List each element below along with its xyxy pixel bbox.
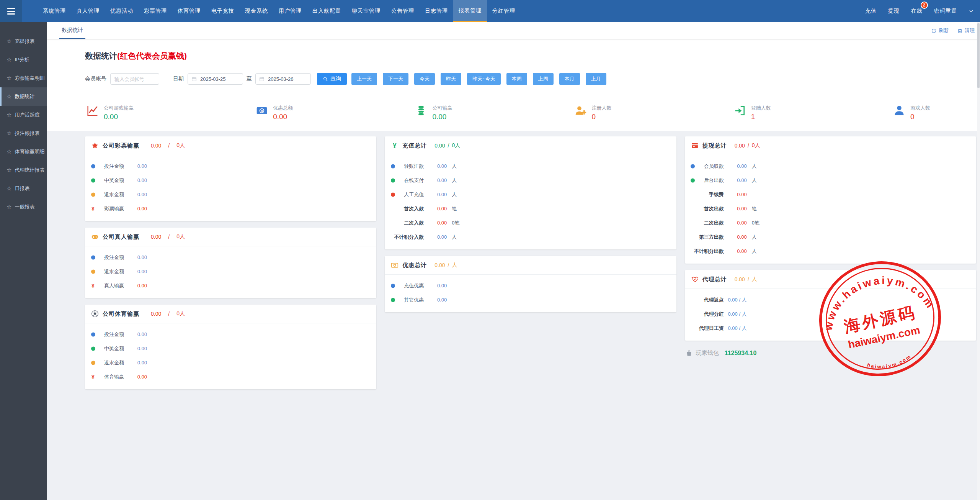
card-header-separator: / [168, 311, 170, 317]
card-header: 提现总计0.00/0人 [685, 136, 976, 155]
quick-range-button[interactable]: 今天 [414, 73, 435, 85]
nav-item[interactable]: 系统管理 [38, 0, 71, 22]
star-outline-icon: ☆ [7, 148, 11, 155]
sidebar-item[interactable]: ☆体育输赢明细 [0, 143, 47, 161]
nav-item[interactable]: 电子竞技 [206, 0, 240, 22]
row-value: 0.00 [424, 177, 447, 183]
row-unit: 人 [752, 177, 757, 184]
member-account-input[interactable] [110, 73, 159, 85]
dot-red-icon [390, 192, 396, 197]
player-wallet-value: 1125934.10 [725, 350, 757, 357]
card-agent: 代理总计0.00/人代理返点0.00 / 人代理分红0.00 / 人代理日工资0… [685, 270, 976, 341]
sidebar-item[interactable]: ☆数据统计 [0, 87, 47, 106]
row-value: 0.00 [724, 206, 747, 211]
nav-item[interactable]: 报表管理 [453, 0, 487, 22]
stat-text: 优惠总额0.00 [273, 105, 293, 121]
nav-item[interactable]: 聊天室管理 [346, 0, 386, 22]
nav-item[interactable]: 优惠活动 [105, 0, 139, 22]
data-row: 在线支付0.00人 [385, 173, 676, 187]
nav-item[interactable]: 用户管理 [273, 0, 307, 22]
row-unit: 人 [452, 191, 457, 198]
sidebar-item[interactable]: ☆一般报表 [0, 198, 47, 216]
date-from-input[interactable] [188, 73, 243, 85]
sidebar-item[interactable]: ☆IP分析 [0, 51, 47, 69]
nav-action[interactable]: 在线2 [911, 8, 923, 15]
stat-value: 0.00 [273, 113, 293, 121]
stat-label: 公司输赢 [432, 105, 452, 111]
nav-item[interactable]: 分红管理 [487, 0, 521, 22]
nav-item[interactable]: 出入款配置 [307, 0, 346, 22]
data-row: 首次出款0.00笔 [685, 202, 976, 216]
nav-item[interactable]: 体育管理 [172, 0, 206, 22]
date-to-value[interactable] [267, 76, 307, 82]
sidebar-item[interactable]: ☆日报表 [0, 179, 47, 198]
user-icon [893, 105, 905, 117]
date-range-separator: 至 [247, 75, 252, 82]
sidebar-item-label: 用户活跃度 [15, 111, 39, 118]
sidebar-item[interactable]: ☆代理统计报表 [0, 161, 47, 179]
stat-label: 公司游戏输赢 [104, 105, 134, 111]
dot-orange-icon [90, 361, 96, 365]
quick-range-button[interactable]: 本月 [559, 73, 580, 85]
star-outline-icon: ☆ [7, 56, 11, 63]
row-value: 0.00 [724, 234, 747, 240]
date-label: 日期 [173, 75, 184, 82]
card-header-unit: 人 [452, 262, 457, 269]
row-label: 在线支付 [404, 177, 424, 184]
row-value: 0.00 [724, 248, 747, 254]
scrollbar-thumb[interactable] [977, 23, 980, 88]
nav-action[interactable]: 提现 [888, 8, 900, 15]
date-from-value[interactable] [199, 76, 239, 82]
date-to-input[interactable] [255, 73, 311, 85]
statistics-panel: 数据统计(红色代表会员赢钱) 会员帐号 日期 至 查询 上一天下一天今天昨天昨天… [47, 39, 980, 131]
nav-action[interactable]: 充值 [865, 8, 877, 15]
card-header-unit: 0人 [752, 142, 760, 149]
star-outline-icon: ☆ [7, 185, 11, 192]
data-row: 代理分红0.00 / 人 [685, 307, 976, 321]
stat-value: 1 [751, 113, 771, 121]
quick-range-button[interactable]: 本周 [506, 73, 527, 85]
hamburger-icon[interactable] [0, 0, 22, 22]
tab-data-statistics[interactable]: 数据统计 [59, 22, 85, 39]
quick-range-button[interactable]: 上一天 [351, 73, 377, 85]
refresh-button[interactable]: 刷新 [931, 27, 949, 34]
vertical-scrollbar[interactable] [977, 22, 980, 500]
sidebar-item-label: 日报表 [15, 185, 29, 192]
nav-item[interactable]: 彩票管理 [139, 0, 172, 22]
data-row: 手续费0.00 [685, 187, 976, 202]
sidebar-item-label: 数据统计 [15, 93, 34, 100]
chevron-down-icon[interactable] [969, 8, 974, 14]
sidebar-item[interactable]: ☆彩票输赢明细 [0, 69, 47, 87]
sidebar: ☆充提报表☆IP分析☆彩票输赢明细☆数据统计☆用户活跃度☆投注额报表☆体育输赢明… [0, 22, 47, 500]
row-label: 会员取款 [704, 163, 724, 170]
stat-item: 注册人数0 [575, 105, 612, 121]
stat-text: 公司游戏输赢0.00 [104, 105, 134, 121]
card-header: ¥充值总计0.00/0人 [385, 136, 676, 155]
data-row: 不计积分入款0.00人 [385, 230, 676, 244]
dot-green-icon [390, 178, 396, 182]
row-value: 0.00 [724, 177, 747, 183]
dot-orange-icon [90, 192, 96, 197]
nav-item[interactable]: 现金系统 [240, 0, 273, 22]
sidebar-item[interactable]: ☆用户活跃度 [0, 106, 47, 124]
row-label: 返水金额 [104, 268, 124, 275]
nav-action[interactable]: 密码重置 [934, 8, 957, 15]
clean-button[interactable]: 清理 [957, 27, 975, 34]
quick-range-buttons: 上一天下一天今天昨天昨天~今天本周上周本月上月 [351, 73, 606, 85]
row-unit: 人 [752, 163, 757, 170]
dot-green-icon [90, 178, 96, 182]
quick-range-button[interactable]: 昨天~今天 [467, 73, 501, 85]
nav-item[interactable]: 日志管理 [420, 0, 453, 22]
search-button[interactable]: 查询 [317, 73, 347, 85]
quick-range-button[interactable]: 下一天 [383, 73, 408, 85]
sidebar-item[interactable]: ☆投注额报表 [0, 124, 47, 143]
row-value: 0.00 [424, 192, 447, 197]
star-outline-icon: ☆ [7, 93, 11, 100]
nav-item[interactable]: 真人管理 [71, 0, 105, 22]
quick-range-button[interactable]: 昨天 [441, 73, 461, 85]
nav-item[interactable]: 公告管理 [386, 0, 420, 22]
star-outline-icon: ☆ [7, 203, 11, 210]
sidebar-item[interactable]: ☆充提报表 [0, 32, 47, 51]
quick-range-button[interactable]: 上周 [533, 73, 554, 85]
quick-range-button[interactable]: 上月 [586, 73, 606, 85]
